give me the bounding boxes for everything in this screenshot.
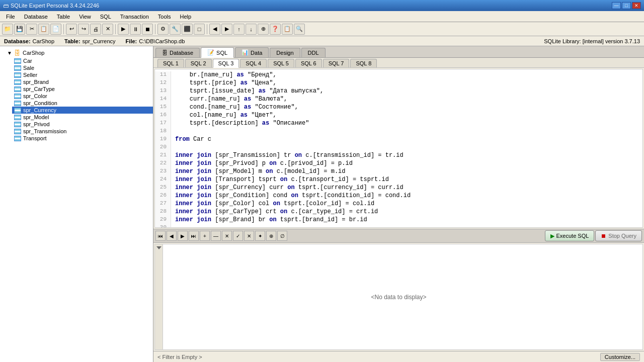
toolbar-btn-5[interactable]: 📄 (50, 24, 61, 35)
nav-next[interactable]: ▶ (178, 231, 188, 241)
tree-item-spr_brand[interactable]: spr_Brand (12, 78, 153, 85)
nav-empty[interactable]: ∅ (277, 231, 287, 241)
line-content[interactable]: inner join [spr_Currency] curr on tsprt.… (171, 184, 642, 192)
menu-item-table[interactable]: Table (53, 13, 74, 21)
line-content[interactable] (171, 144, 642, 152)
line-content[interactable]: cond.[name_ru] as "Состояние", (171, 104, 642, 112)
sql-tab-sql-5[interactable]: SQL 5 (268, 59, 294, 67)
expand-icon[interactable] (156, 246, 162, 249)
minimize-button[interactable]: — (612, 2, 621, 9)
panel-tab-sql[interactable]: 📝SQL (201, 47, 234, 58)
toolbar-btn-4[interactable]: 📋 (38, 24, 49, 35)
toolbar-btn-23[interactable]: 📋 (282, 24, 293, 35)
tree-item-spr_transmission[interactable]: spr_Transmission (12, 128, 153, 135)
menu-item-sql[interactable]: SQL (96, 13, 115, 21)
panel-tab-ddl[interactable]: DDL (301, 48, 326, 57)
toolbar-btn-14[interactable]: 🔧 (170, 24, 181, 35)
tree-item-transport[interactable]: Transport (12, 135, 153, 142)
toolbar-btn-21[interactable]: ⊕ (258, 24, 269, 35)
customize-button[interactable]: Customize... (600, 353, 640, 361)
line-content[interactable]: inner join [spr_CarType] crt on c.[car_t… (171, 208, 642, 216)
panel-tab-data[interactable]: 📊Data (235, 47, 269, 57)
line-content[interactable]: inner join [spr_Condition] cond on tsprt… (171, 192, 642, 200)
line-content[interactable]: inner join [spr_Transmission] tr on c.[t… (171, 152, 642, 160)
toolbar-btn-11[interactable]: ⏸ (130, 24, 141, 35)
tree-item-car[interactable]: Car (12, 57, 153, 64)
panel-tab-database[interactable]: 🗄Database (155, 48, 200, 57)
sql-tab-sql-3[interactable]: SQL 3 (213, 59, 239, 68)
editor-section: 11 br.[name_ru] as "Бренд",12 tsprt.[pri… (153, 68, 644, 229)
line-content[interactable]: inner join [spr_Model] m on c.[model_id]… (171, 168, 642, 176)
line-content[interactable]: tsprt.[price] as "Цена", (171, 79, 642, 87)
nav-confirm[interactable]: ✓ (233, 231, 243, 241)
menu-item-database[interactable]: Database (20, 13, 52, 21)
toolbar-btn-12[interactable]: ⏹ (142, 24, 153, 35)
line-content[interactable] (171, 128, 642, 136)
sql-tab-sql-6[interactable]: SQL 6 (295, 59, 322, 67)
nav-cancel[interactable]: ✕ (222, 231, 232, 241)
tree-item-carshop[interactable]: ▼ 🗄 CarShop (4, 48, 153, 57)
tree-item-spr_privod[interactable]: spr_Privod (12, 121, 153, 128)
tree-item-spr_cartype[interactable]: spr_CarType (12, 85, 153, 93)
menu-item-transaction[interactable]: Transaction (116, 13, 153, 21)
sql-tab-sql-1[interactable]: SQL 1 (157, 59, 184, 67)
toolbar-btn-9[interactable]: ✕ (102, 24, 113, 35)
line-content[interactable]: br.[name_ru] as "Бренд", (171, 71, 642, 79)
line-content[interactable]: inner join [spr_Color] col on tsprt.[col… (171, 200, 642, 208)
toolbar-btn-7[interactable]: ↪ (78, 24, 89, 35)
line-content[interactable] (171, 224, 642, 228)
menu-item-tools[interactable]: Tools (154, 13, 175, 21)
toolbar-btn-17[interactable]: ◀ (209, 24, 220, 35)
line-content[interactable]: tsprt.[issue_date] as "Дата выпуска", (171, 87, 642, 96)
sql-tab-sql-2[interactable]: SQL 2 (185, 59, 212, 67)
tree-item-spr_currency[interactable]: spr_Currency (12, 107, 153, 114)
sql-tab-sql-4[interactable]: SQL 4 (240, 59, 267, 67)
toolbar-btn-22[interactable]: ❓ (270, 24, 281, 35)
toolbar-btn-8[interactable]: 🖨 (90, 24, 101, 35)
toolbar-btn-16[interactable]: □ (194, 24, 205, 35)
nav-add[interactable]: + (200, 231, 210, 241)
nav-star[interactable]: ✦ (255, 231, 265, 241)
line-content[interactable]: inner join [spr_Brand] br on tsprt.[bran… (171, 216, 642, 224)
toolbar-btn-2[interactable]: 💾 (14, 24, 25, 35)
line-content[interactable]: from Car c (171, 136, 642, 144)
stop-query-button[interactable]: ⏹ Stop Query (595, 230, 642, 241)
line-content[interactable]: tsprt.[description] as "Описание" (171, 120, 642, 128)
toolbar-btn-13[interactable]: ⚙ (157, 24, 169, 35)
close-button[interactable]: ✕ (632, 2, 641, 9)
tree-item-spr_model[interactable]: spr_Model (12, 114, 153, 121)
toolbar-btn-24[interactable]: 🔍 (294, 24, 305, 35)
toolbar-btn-15[interactable]: ⬛ (182, 24, 193, 35)
toolbar-btn-1[interactable]: 📁 (2, 24, 13, 35)
menu-item-view[interactable]: View (75, 13, 95, 21)
nav-plus[interactable]: ⊕ (266, 231, 276, 241)
sql-tab-sql-7[interactable]: SQL 7 (323, 59, 350, 67)
execute-sql-button[interactable]: ▶ Execute SQL (545, 230, 595, 241)
nav-minus[interactable]: — (211, 231, 221, 241)
nav-first[interactable]: ⏮ (155, 231, 166, 241)
toolbar-btn-6[interactable]: ↩ (66, 24, 77, 35)
line-content[interactable]: curr.[name_ru] as "Валюта", (171, 96, 642, 104)
tree-item-spr_color[interactable]: spr_Color (12, 93, 153, 100)
tree-item-seller[interactable]: Seller (12, 71, 153, 78)
toolbar-btn-3[interactable]: ✂ (26, 24, 37, 35)
toolbar-btn-10[interactable]: ▶ (118, 24, 129, 35)
maximize-button[interactable]: □ (622, 2, 631, 9)
menu-item-file[interactable]: File (2, 13, 19, 21)
panel-tab-design[interactable]: Design (270, 48, 300, 57)
nav-prev[interactable]: ◀ (167, 231, 177, 241)
tree-item-sale[interactable]: Sale (12, 64, 153, 71)
toolbar-btn-20[interactable]: ↓ (246, 24, 257, 35)
toolbar-btn-19[interactable]: ↑ (233, 24, 245, 35)
line-content[interactable]: inner join [Transport] tsprt on c.[trans… (171, 176, 642, 184)
sql-tab-sql-8[interactable]: SQL 8 (350, 59, 377, 67)
tree-toggle-carshop[interactable]: ▼ (6, 50, 13, 56)
line-content[interactable]: inner join [spr_Privod] p on c.[privod_i… (171, 160, 642, 168)
sql-editor[interactable]: 11 br.[name_ru] as "Бренд",12 tsprt.[pri… (154, 69, 643, 228)
menu-item-help[interactable]: Help (176, 13, 196, 21)
toolbar-btn-18[interactable]: ▶ (221, 24, 232, 35)
nav-last[interactable]: ⏭ (189, 231, 199, 241)
line-content[interactable]: col.[name_ru] as "Цвет", (171, 112, 642, 120)
tree-item-spr_condition[interactable]: spr_Condition (12, 100, 153, 107)
nav-x2[interactable]: ✕ (244, 231, 254, 241)
